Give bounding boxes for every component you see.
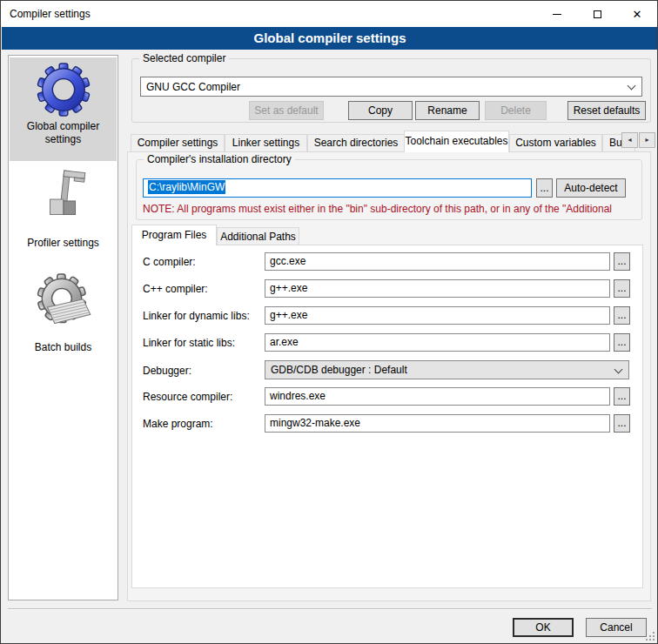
installation-directory-browse-button[interactable]: ...	[536, 178, 553, 198]
make-program-input[interactable]: mingw32-make.exe	[265, 414, 610, 433]
static-linker-label: Linker for static libs:	[143, 337, 235, 349]
tab-linker-settings[interactable]: Linker settings	[225, 134, 307, 151]
settings-category-list: Global compiler settings Profiler settin…	[8, 55, 118, 600]
cpp-compiler-label: C++ compiler:	[143, 283, 208, 295]
rename-button[interactable]: Rename	[415, 101, 480, 120]
dynamic-linker-browse-button[interactable]: ...	[614, 306, 630, 325]
installation-directory-input[interactable]: C:\raylib\MinGW	[143, 178, 532, 198]
chevron-down-icon	[628, 82, 636, 91]
maximize-icon	[594, 10, 601, 18]
compiler-select-value: GNU GCC Compiler	[146, 81, 240, 93]
tab-custom-variables[interactable]: Custom variables	[509, 134, 602, 151]
caliper-icon	[37, 167, 91, 233]
blue-gear-icon	[37, 63, 91, 117]
tab-compiler-settings[interactable]: Compiler settings	[131, 134, 225, 151]
footer-divider	[8, 608, 652, 610]
dynamic-linker-label: Linker for dynamic libs:	[143, 310, 250, 322]
tab-program-files[interactable]: Program Files	[131, 225, 217, 245]
static-linker-browse-button[interactable]: ...	[614, 333, 630, 352]
cpp-compiler-browse-button[interactable]: ...	[614, 279, 630, 298]
tab-search-directories[interactable]: Search directories	[307, 134, 405, 151]
chevron-down-icon	[614, 366, 623, 374]
cancel-button[interactable]: Cancel	[586, 618, 647, 637]
compiler-select[interactable]: GNU GCC Compiler	[140, 77, 642, 97]
c-compiler-label: C compiler:	[143, 256, 196, 268]
resource-compiler-input[interactable]: windres.exe	[265, 387, 610, 406]
minimize-button[interactable]	[537, 1, 577, 27]
sidebar-item-global-compiler-settings[interactable]: Global compiler settings	[10, 63, 117, 146]
debugger-label: Debugger:	[143, 365, 191, 377]
debugger-select-value: GDB/CDB debugger : Default	[271, 364, 407, 376]
copy-button[interactable]: Copy	[348, 101, 413, 120]
close-button[interactable]: ✕	[617, 1, 657, 27]
dynamic-linker-input[interactable]: g++.exe	[265, 306, 610, 325]
cpp-compiler-input[interactable]: g++.exe	[265, 279, 610, 298]
static-linker-input[interactable]: ar.exe	[265, 333, 610, 352]
debugger-select[interactable]: GDB/CDB debugger : Default	[265, 360, 629, 379]
c-compiler-input[interactable]: gcc.exe	[265, 252, 610, 271]
resize-grip[interactable]	[645, 631, 655, 641]
tab-toolchain-executables[interactable]: Toolchain executables	[404, 131, 509, 152]
make-program-label: Make program:	[143, 418, 213, 430]
make-program-browse-button[interactable]: ...	[614, 414, 630, 433]
installation-directory-group-label: Compiler's installation directory	[144, 153, 295, 165]
maximize-button[interactable]	[577, 1, 617, 27]
close-icon: ✕	[633, 9, 642, 20]
tab-additional-paths[interactable]: Additional Paths	[217, 227, 299, 245]
reset-defaults-button[interactable]: Reset defaults	[567, 101, 646, 120]
sidebar-item-label: Batch builds	[10, 341, 117, 354]
window-title: Compiler settings	[10, 8, 91, 20]
gray-gear-stack-icon	[35, 272, 92, 338]
sidebar-item-profiler-settings[interactable]: Profiler settings	[10, 167, 117, 250]
arrow-right-icon: ▸	[645, 136, 648, 144]
sidebar-item-label: Global compiler settings	[10, 120, 117, 146]
auto-detect-button[interactable]: Auto-detect	[556, 178, 626, 198]
ok-button[interactable]: OK	[513, 618, 574, 637]
title-bar[interactable]: Compiler settings ✕	[1, 1, 657, 27]
installation-directory-selected-text: C:\raylib\MinGW	[148, 180, 225, 194]
c-compiler-browse-button[interactable]: ...	[614, 252, 630, 271]
arrow-left-icon: ◂	[628, 136, 631, 144]
set-as-default-button[interactable]: Set as default	[249, 101, 324, 120]
tab-scroll-left-button[interactable]: ◂	[621, 132, 638, 148]
resource-compiler-browse-button[interactable]: ...	[614, 387, 630, 406]
minimize-icon	[553, 14, 561, 15]
tab-scroll-right-button[interactable]: ▸	[639, 132, 655, 148]
sidebar-item-label: Profiler settings	[10, 237, 117, 250]
dialog-header: Global compiler settings	[2, 27, 658, 50]
sidebar-item-batch-builds[interactable]: Batch builds	[10, 272, 117, 354]
bin-subdirectory-note: NOTE: All programs must exist either in …	[143, 203, 635, 215]
compiler-settings-dialog: Compiler settings ✕ Global compiler sett…	[0, 0, 658, 644]
delete-button[interactable]: Delete	[485, 101, 547, 120]
resource-compiler-label: Resource compiler:	[143, 391, 232, 403]
selected-compiler-group-label: Selected compiler	[139, 52, 229, 64]
